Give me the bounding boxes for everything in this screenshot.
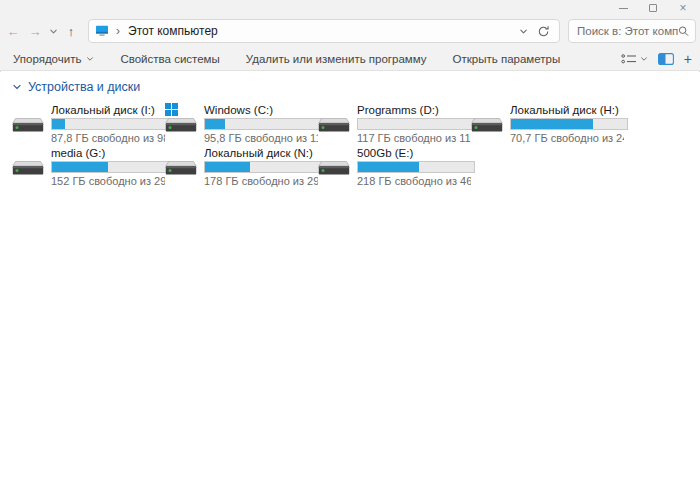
drive-tile[interactable]: 500Gb (E:) 218 ГБ свободно из 465 ... [318,146,471,186]
drive-icon-area [471,104,503,143]
drive-usage-bar [51,161,169,173]
drive-tile[interactable]: Локальный диск (N:) 178 ГБ свободно из 2… [165,146,318,186]
toolbar-open-settings-label: Открыть параметры [453,53,561,65]
refresh-icon [537,25,550,38]
preview-pane-button[interactable] [658,53,674,65]
drive-free-space: 87,8 ГБ свободно из 98,4... [51,132,165,145]
hard-drive-icon [318,115,350,133]
drive-name: Windows (C:) [204,104,318,117]
breadcrumb-separator-icon: › [116,24,120,38]
drive-free-space: 70,7 ГБ свободно из 244... [510,132,624,145]
refresh-button[interactable] [533,20,553,42]
search-input[interactable] [577,25,678,37]
chevron-down-icon [519,27,528,36]
hard-drive-icon [318,158,350,176]
drives-grid: Локальный диск (I:) 87,8 ГБ свободно из … [12,103,700,186]
preview-pane-icon [658,53,674,65]
toolbar-open-settings-button[interactable]: Открыть параметры [446,50,568,68]
recent-locations-button[interactable] [46,19,60,43]
drive-info: media (G:) 152 ГБ свободно из 293 ... [51,147,165,186]
view-options-button[interactable] [621,53,648,65]
drive-usage-fill [205,119,225,129]
drive-info: Programms (D:) 117 ГБ свободно из 117 ..… [357,104,471,143]
up-button[interactable]: ↑ [60,19,82,43]
close-button[interactable]: × [668,0,698,16]
drive-icon-area [12,147,44,186]
view-list-icon [621,53,637,65]
drive-usage-bar [510,118,628,130]
drive-icon-area [165,147,197,186]
chevron-down-icon [640,55,648,63]
drive-usage-fill [358,162,419,172]
chevron-down-icon [86,55,94,63]
forward-button[interactable]: → [24,19,46,43]
toolbar-organize-button[interactable]: Упорядочить [6,50,101,68]
minimize-button[interactable] [608,0,638,16]
drive-info: Локальный диск (N:) 178 ГБ свободно из 2… [204,147,318,186]
drive-usage-fill [52,119,65,129]
collapse-chevron-icon [12,82,22,92]
drive-usage-fill [52,162,108,172]
drive-name: 500Gb (E:) [357,147,471,160]
drive-free-space: 95,8 ГБ свободно из 115... [204,132,318,145]
drive-info: 500Gb (E:) 218 ГБ свободно из 465 ... [357,147,471,186]
back-button[interactable]: ← [2,19,24,43]
drive-usage-bar [51,118,169,130]
drive-free-space: 117 ГБ свободно из 117 ... [357,132,471,145]
drive-icon-area [12,104,44,143]
toolbar-system-properties-label: Свойства системы [120,53,219,65]
hard-drive-icon [165,115,197,133]
close-icon: × [679,2,686,14]
address-bar[interactable]: › Этот компьютер [88,19,560,43]
breadcrumb-location[interactable]: Этот компьютер [128,24,218,38]
drive-name: media (G:) [51,147,165,160]
drive-usage-fill [511,119,593,129]
toolbar-system-properties-button[interactable]: Свойства системы [113,50,226,68]
hard-drive-icon [471,115,503,133]
explorer-window: × ← → ↑ › Этот компьютер [0,0,700,492]
drive-free-space: 218 ГБ свободно из 465 ... [357,175,471,188]
section-header-label: Устройства и диски [28,80,140,94]
search-icon [678,25,689,37]
drive-usage-bar [357,118,475,130]
drive-name: Локальный диск (H:) [510,104,624,117]
maximize-button[interactable] [638,0,668,16]
drive-tile[interactable]: Локальный диск (I:) 87,8 ГБ свободно из … [12,103,165,143]
toolbar-uninstall-program-button[interactable]: Удалить или изменить программу [239,50,434,68]
drive-icon-area [318,147,350,186]
drive-tile[interactable]: Programms (D:) 117 ГБ свободно из 117 ..… [318,103,471,143]
address-dropdown-button[interactable] [513,20,533,42]
drive-usage-bar [357,161,475,173]
file-list-area: Устройства и диски Локальный диск (I:) 8… [0,72,700,492]
drive-name: Локальный диск (I:) [51,104,165,117]
toolbar-view-group: + [621,52,692,66]
drive-info: Локальный диск (H:) 70,7 ГБ свободно из … [510,104,624,143]
drive-usage-fill [205,162,250,172]
drive-name: Programms (D:) [357,104,471,117]
drive-icon-area [318,104,350,143]
title-bar[interactable]: × [0,0,700,16]
navigation-bar: ← → ↑ › Этот компьютер [0,16,700,46]
drive-tile[interactable]: media (G:) 152 ГБ свободно из 293 ... [12,146,165,186]
back-icon: ← [7,24,20,39]
minimize-icon [619,8,628,9]
drive-icon-area [165,104,197,143]
maximize-icon [649,4,657,12]
new-tab-button[interactable]: + [684,52,692,66]
hard-drive-icon [12,115,44,133]
command-toolbar: Упорядочить Свойства системы Удалить или… [0,46,700,71]
search-box[interactable] [568,19,696,43]
drive-tile[interactable]: Windows (C:) 95,8 ГБ свободно из 115... [165,103,318,143]
drive-tile[interactable]: Локальный диск (H:) 70,7 ГБ свободно из … [471,103,624,143]
drive-usage-bar [204,161,322,173]
drive-free-space: 152 ГБ свободно из 293 ... [51,175,165,188]
this-pc-icon [95,25,109,37]
window-controls: × [608,0,698,16]
drive-free-space: 178 ГБ свободно из 294 ... [204,175,318,188]
toolbar-organize-label: Упорядочить [13,53,81,65]
hard-drive-icon [12,158,44,176]
drive-usage-bar [204,118,322,130]
hard-drive-icon [165,158,197,176]
section-devices-and-drives[interactable]: Устройства и диски [12,80,700,94]
forward-icon: → [29,24,42,39]
